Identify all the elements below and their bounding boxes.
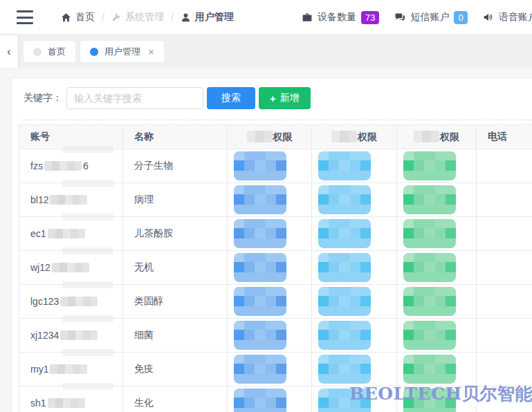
stat-badge: 0 <box>454 11 467 24</box>
tab-status-dot <box>33 48 42 56</box>
permission-cell-2 <box>312 285 397 319</box>
user-management-panel: 关键字： 搜索 + 新增 账号 名称 权限 权限 权限 电话 <box>11 77 532 412</box>
redacted-permission-tag <box>403 253 456 282</box>
account-cell: xj1234 <box>19 319 123 353</box>
breadcrumb-label: 首页 <box>75 11 95 24</box>
permission-cell-2 <box>312 386 397 412</box>
redacted-permission-tag <box>403 185 456 214</box>
redacted-permission-tag <box>403 355 456 384</box>
phone-cell <box>477 217 532 251</box>
breadcrumb-label: 用户管理 <box>195 11 234 24</box>
permission-cell-1 <box>228 285 312 319</box>
users-table-container: 账号 名称 权限 权限 权限 电话 fzs6 分子生物 bl12 病理 <box>19 124 532 412</box>
breadcrumb: 首页 / 系统管理 / 用户管理 <box>61 0 234 35</box>
permission-cell-2 <box>312 149 397 183</box>
redacted-account-segment <box>52 263 89 272</box>
tab-close-icon[interactable]: × <box>148 46 154 57</box>
search-button[interactable]: 搜索 <box>207 87 255 109</box>
account-prefix: bl12 <box>30 194 48 205</box>
tab-home[interactable]: 首页 <box>24 41 75 62</box>
redacted-account-segment <box>50 364 87 374</box>
name-cell: 无机 <box>123 251 228 285</box>
permission-cell-2 <box>312 251 397 285</box>
stat-device-count[interactable]: 设备数量 73 <box>302 11 379 24</box>
phone-cell <box>477 149 532 183</box>
redacted-permission-tag <box>318 219 371 248</box>
account-prefix: sh1 <box>30 397 46 409</box>
home-icon <box>61 12 71 23</box>
redacted-permission-tag <box>318 287 371 316</box>
breadcrumb-label: 系统管理 <box>125 11 164 24</box>
redacted-permission-tag <box>234 151 286 180</box>
tab-label: 首页 <box>48 46 66 58</box>
redacted-account-segment <box>48 229 85 238</box>
permission-cell-1 <box>228 217 312 251</box>
tab-user-management[interactable]: 用户管理 × <box>80 41 164 62</box>
wrench-icon <box>111 12 121 22</box>
account-cell: ec1 <box>19 217 123 251</box>
permission-cell-1 <box>228 319 312 353</box>
breadcrumb-item-system[interactable]: 系统管理 <box>111 11 164 24</box>
tabs-scroll-left-button[interactable]: ‹ <box>0 35 18 68</box>
column-header-account: 账号 <box>19 125 123 149</box>
redacted-permission-tag <box>234 321 286 350</box>
phone-cell <box>477 183 532 217</box>
name-cell: 病理 <box>123 183 228 217</box>
top-navbar: 首页 / 系统管理 / 用户管理 设备数量 73 <box>0 0 532 35</box>
permission-cell-1 <box>228 353 312 386</box>
stat-badge: 73 <box>361 11 379 24</box>
permission-cell-2 <box>312 319 397 353</box>
breadcrumb-separator: / <box>171 12 174 23</box>
redacted-permission-tag <box>234 219 286 248</box>
redacted-permission-tag <box>318 355 371 384</box>
account-suffix: 6 <box>83 160 89 171</box>
table-header-row: 账号 名称 权限 权限 权限 电话 <box>19 125 532 149</box>
keyword-label: 关键字： <box>24 92 62 104</box>
redacted-permission-tag <box>234 185 286 214</box>
name-cell: 类固醇 <box>123 285 228 319</box>
user-icon <box>181 12 191 23</box>
breadcrumb-separator: / <box>102 12 104 23</box>
redacted-permission-tag <box>403 321 456 350</box>
phone-cell <box>477 319 532 353</box>
plus-icon: + <box>270 93 276 104</box>
redacted-header-segment <box>247 131 273 142</box>
column-header-permission-1: 权限 <box>228 125 312 149</box>
voice-icon <box>483 12 494 23</box>
tab-status-dot <box>90 48 98 56</box>
chevron-left-icon: ‹ <box>7 46 10 58</box>
stat-sms-account[interactable]: 短信账户 0 <box>394 11 467 24</box>
permission-cell-1 <box>228 149 312 183</box>
column-header-permission-2: 权限 <box>312 125 397 149</box>
phone-cell <box>477 386 532 412</box>
account-prefix: wj12 <box>30 262 51 273</box>
name-cell: 免疫 <box>123 353 228 386</box>
redacted-header-segment <box>331 131 357 142</box>
name-cell: 儿茶酚胺 <box>123 217 228 251</box>
device-icon <box>302 12 313 23</box>
permission-cell-1 <box>228 386 312 412</box>
add-button[interactable]: + 新增 <box>259 87 311 109</box>
menu-toggle-icon[interactable] <box>17 10 33 24</box>
breadcrumb-item-home[interactable]: 首页 <box>61 11 95 24</box>
redacted-permission-tag <box>318 151 371 180</box>
tab-label: 用户管理 <box>104 46 140 58</box>
breadcrumb-item-users[interactable]: 用户管理 <box>181 11 234 24</box>
column-header-name: 名称 <box>123 125 228 149</box>
redacted-permission-tag <box>318 321 371 350</box>
account-cell: bl12 <box>19 183 123 217</box>
table-row: bl12 病理 <box>19 183 532 217</box>
table-row: wj12 无机 <box>19 251 532 285</box>
account-cell: wj12 <box>19 251 123 285</box>
redacted-account-segment <box>48 398 85 408</box>
redacted-header-segment <box>414 131 439 142</box>
column-header-permission-3: 权限 <box>397 125 477 149</box>
search-input[interactable] <box>66 87 203 109</box>
redacted-permission-tag <box>234 253 286 282</box>
divider <box>23 120 532 120</box>
stat-voice-account[interactable]: 语音账户 0 <box>483 11 532 24</box>
permission-cell-3 <box>397 251 477 285</box>
name-cell: 细菌 <box>123 319 228 353</box>
add-button-label: 新增 <box>280 92 300 104</box>
permission-cell-2 <box>312 353 397 386</box>
